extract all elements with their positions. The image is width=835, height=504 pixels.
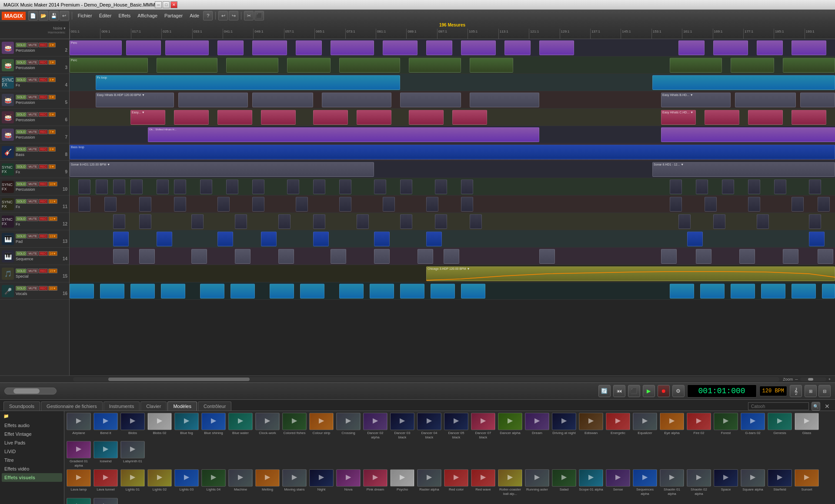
clip[interactable] (818, 197, 830, 212)
media-item[interactable]: ▶Lights 04 (201, 469, 226, 496)
media-item[interactable]: ▶Dancer 03 black (390, 413, 415, 439)
clip[interactable] (357, 110, 391, 125)
clip[interactable] (426, 197, 438, 212)
mute-btn-14[interactable]: MUTE (27, 251, 38, 256)
clip[interactable] (339, 197, 351, 212)
clip[interactable] (757, 40, 783, 55)
clip[interactable] (435, 214, 447, 229)
media-item[interactable]: ▶Scope 01 alpha (578, 469, 604, 496)
mute-btn-10[interactable]: MUTE (27, 182, 38, 186)
clip[interactable] (670, 284, 694, 298)
media-item[interactable]: ▶Train (93, 498, 118, 504)
clip[interactable]: Perc (70, 58, 148, 73)
media-item[interactable]: ▶Equalizer (632, 413, 658, 439)
solo-btn-16[interactable]: SOLO (16, 286, 27, 291)
media-item[interactable]: ▶Lava lamp (66, 469, 91, 496)
rec-btn-3[interactable]: REC (39, 60, 48, 65)
close-button[interactable]: ✕ (170, 1, 177, 8)
rec-btn-14[interactable]: REC (39, 251, 48, 256)
mute-btn-12[interactable]: MUTE (27, 216, 38, 221)
sidebar-titre[interactable]: Titre (2, 456, 62, 464)
clip[interactable] (444, 249, 459, 264)
clip[interactable] (400, 179, 412, 194)
clip[interactable] (339, 284, 364, 298)
rec-btn-13[interactable]: REC (39, 234, 48, 239)
mute-btn-11[interactable]: MUTE (27, 199, 38, 204)
solo-btn-6[interactable]: SOLO (16, 112, 27, 117)
mute-btn-7[interactable]: MUTE (27, 129, 38, 134)
media-item[interactable]: ▶Sunset (794, 469, 819, 496)
clip[interactable]: Chicago 3.HDP 120.00 BPM ▼ (426, 266, 835, 281)
clip[interactable] (165, 40, 209, 55)
clip[interactable] (331, 40, 374, 55)
media-item[interactable]: ▶Raster alpha (417, 469, 442, 496)
clip[interactable] (470, 214, 482, 229)
clip[interactable] (313, 179, 325, 194)
clip[interactable] (700, 284, 725, 298)
media-item[interactable]: ▶Dancer 02 alpha (363, 413, 388, 439)
clip[interactable] (130, 179, 143, 194)
clip[interactable] (157, 58, 217, 73)
clip[interactable] (226, 58, 278, 73)
clip[interactable] (757, 214, 769, 229)
clip[interactable] (357, 214, 369, 229)
media-item[interactable]: ▶Blobs (120, 413, 145, 439)
clip[interactable] (409, 110, 444, 125)
solo-btn-4[interactable]: SOLO (16, 77, 27, 82)
media-item[interactable]: ▶Pink dream (363, 469, 388, 496)
media-item[interactable]: ▶Blobs 02 (147, 413, 172, 439)
media-item[interactable]: ▶G-bars 02 (740, 413, 765, 439)
toolbar-save[interactable]: 💾 (49, 11, 59, 20)
mute-btn-6[interactable]: MUTE (27, 112, 38, 117)
h-scrollbar-thumb[interactable] (108, 378, 250, 381)
clip[interactable] (809, 232, 825, 246)
track-content[interactable]: Perc (70, 39, 835, 375)
clip[interactable] (113, 179, 125, 194)
fx-btn-14[interactable]: 14▼ (48, 251, 57, 256)
master-scroll-thumb[interactable] (13, 388, 40, 394)
clip[interactable]: Easy Hihats B.HDP 120.00 BPM ▼ (96, 93, 174, 107)
clip[interactable] (687, 232, 703, 246)
clip[interactable] (113, 249, 129, 264)
clip[interactable] (800, 93, 835, 107)
clip[interactable] (696, 249, 711, 264)
media-item[interactable]: ▶Clock-work (255, 413, 280, 439)
clip[interactable] (783, 58, 835, 73)
clip[interactable] (661, 249, 677, 264)
media-item[interactable]: ▶Forest (713, 413, 738, 439)
minimize-button[interactable]: ─ (155, 1, 162, 8)
clip[interactable] (452, 110, 487, 125)
clip[interactable] (504, 40, 531, 55)
rewind-btn[interactable]: ⏮ (613, 385, 625, 397)
clip[interactable] (339, 179, 351, 194)
solo-btn-8[interactable]: SOLO (16, 147, 27, 152)
media-item[interactable]: ▶Starfield (767, 469, 792, 496)
clip[interactable]: Easy... ▼ (130, 110, 165, 125)
media-item[interactable]: ▶Genesis (767, 413, 792, 439)
clip[interactable]: Fx loop (96, 75, 400, 90)
clip[interactable] (252, 93, 313, 107)
arrangement-view-btn[interactable]: ⊞ (805, 385, 817, 397)
clip[interactable] (748, 110, 783, 125)
sidebar-effets-video[interactable]: Effets vidéo (2, 464, 62, 473)
track-row-2[interactable]: Perc (70, 39, 835, 56)
play-btn[interactable]: ▶ (643, 385, 655, 397)
clip[interactable] (792, 284, 816, 298)
clip[interactable] (470, 58, 513, 73)
clip[interactable] (678, 214, 691, 229)
clip[interactable] (670, 179, 682, 194)
clip[interactable] (705, 110, 739, 125)
clip[interactable] (322, 93, 391, 107)
track-row-16[interactable] (70, 282, 835, 300)
solo-btn-14[interactable]: SOLO (16, 251, 27, 256)
clip[interactable] (313, 214, 325, 229)
media-item[interactable]: ▶Lights 02 (147, 469, 172, 496)
mute-btn-16[interactable]: MUTE (27, 286, 38, 291)
track-row-11[interactable] (70, 196, 835, 213)
clip[interactable]: Easy Hihats B.HD... ▼ (661, 93, 731, 107)
rec-btn-8[interactable]: REC (39, 147, 48, 152)
clip[interactable] (461, 284, 485, 298)
clip[interactable] (226, 179, 238, 194)
zoom-in-btn[interactable]: + (828, 377, 832, 381)
sidebar-livid[interactable]: LiViD (2, 447, 62, 456)
